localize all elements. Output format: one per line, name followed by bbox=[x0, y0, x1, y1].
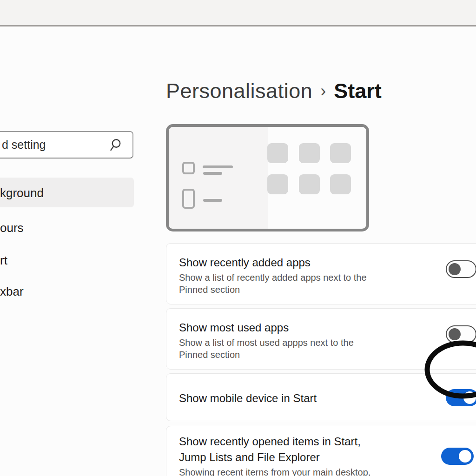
app-tile bbox=[330, 174, 351, 194]
setting-card-show-mobile-device-in-start: Show mobile device in Start bbox=[166, 373, 476, 421]
text-line-placeholder bbox=[203, 165, 233, 168]
breadcrumb: Personalisation›Start bbox=[166, 79, 382, 103]
setting-title-line: Jump Lists and File Explorer bbox=[179, 450, 361, 465]
search-box[interactable] bbox=[0, 131, 133, 159]
setting-description-line: Show a list of most used appps next to t… bbox=[179, 337, 354, 349]
setting-card-show-recently-opened-items: Show recently opened items in Start, Jum… bbox=[166, 426, 476, 476]
setting-description: Show a list of most used appps next to t… bbox=[179, 337, 354, 361]
toggle-show-mobile-device-in-start[interactable] bbox=[446, 389, 476, 406]
toggle-knob bbox=[449, 263, 461, 275]
toggle-knob bbox=[459, 450, 471, 463]
app-tile bbox=[267, 174, 288, 194]
sidebar-item-taskbar[interactable]: xbar bbox=[0, 284, 24, 299]
list-icon-placeholder bbox=[182, 162, 195, 174]
app-tile bbox=[267, 143, 288, 163]
setting-description-line: Pinned section bbox=[179, 349, 354, 361]
settings-content: kground ours rt xbar Personalisation›Sta… bbox=[0, 28, 476, 476]
setting-title: Show most used apps bbox=[179, 320, 289, 336]
setting-description: Show a list of recently added apps next … bbox=[179, 271, 367, 296]
preview-pinned-list-panel bbox=[169, 127, 268, 229]
sidebar-item-background[interactable]: kground bbox=[0, 186, 44, 200]
toggle-knob bbox=[463, 391, 476, 404]
setting-title-line: Show recently opened items in Start, bbox=[179, 434, 361, 450]
page-title: Start bbox=[334, 79, 382, 103]
app-tile bbox=[299, 143, 320, 163]
toggle-show-recently-opened-items[interactable] bbox=[441, 448, 474, 465]
setting-card-show-recently-added-apps: Show recently added apps Show a list of … bbox=[166, 243, 476, 304]
toggle-knob bbox=[449, 328, 461, 340]
setting-card-show-most-used-apps: Show most used apps Show a list of most … bbox=[166, 308, 476, 370]
breadcrumb-chevron-icon: › bbox=[320, 81, 326, 100]
setting-description-line: Show a list of recently added apps next … bbox=[179, 271, 367, 284]
app-tile bbox=[330, 143, 351, 163]
setting-title: Show mobile device in Start bbox=[179, 390, 317, 406]
breadcrumb-root[interactable]: Personalisation bbox=[166, 79, 312, 103]
title-bar bbox=[0, 0, 476, 26]
search-icon bbox=[108, 138, 122, 152]
list-icon-placeholder bbox=[182, 189, 195, 209]
setting-title: Show recently opened items in Start, Jum… bbox=[179, 434, 361, 465]
app-tile bbox=[299, 174, 320, 194]
start-menu-preview bbox=[166, 124, 369, 231]
toggle-show-most-used-apps[interactable] bbox=[446, 325, 476, 343]
sidebar-item-colours[interactable]: ours bbox=[0, 221, 24, 235]
setting-title: Show recently added apps bbox=[179, 255, 311, 271]
text-line-placeholder bbox=[203, 199, 222, 202]
setting-description: Showing recent iterns from your main des… bbox=[179, 466, 370, 476]
sidebar-item-start[interactable]: rt bbox=[0, 253, 7, 268]
setting-description-line: Showing recent iterns from your main des… bbox=[179, 466, 370, 476]
setting-description-line: Pinned section bbox=[179, 284, 367, 296]
text-line-placeholder bbox=[203, 172, 222, 175]
search-input[interactable] bbox=[1, 132, 101, 158]
toggle-show-recently-added-apps[interactable] bbox=[446, 260, 476, 278]
